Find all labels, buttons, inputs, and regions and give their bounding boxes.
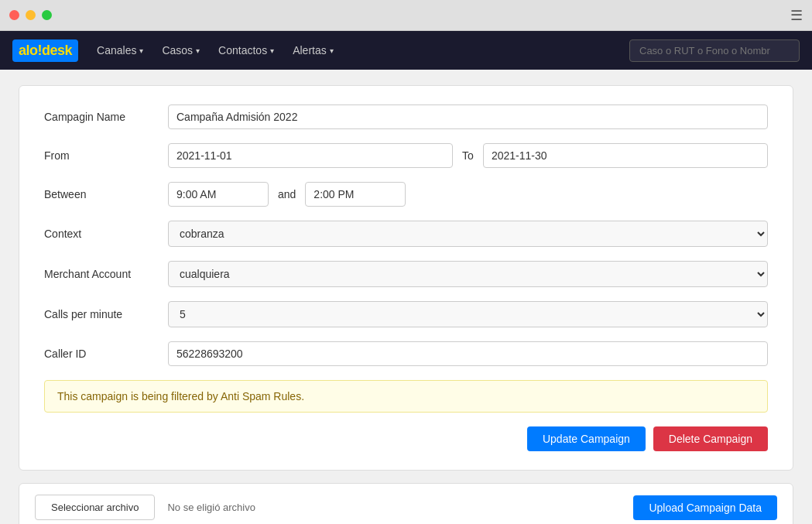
from-to-row: From To	[44, 143, 768, 168]
traffic-light-red[interactable]	[9, 10, 19, 20]
spam-alert-text: This campaign is being filtered by Anti …	[57, 390, 304, 402]
nav-canales-label: Canales	[97, 44, 136, 57]
hamburger-icon[interactable]: ☰	[790, 7, 803, 24]
traffic-light-yellow[interactable]	[26, 10, 36, 20]
nav-casos-arrow: ▾	[196, 46, 200, 55]
nav-contactos[interactable]: Contactos ▾	[218, 44, 274, 57]
campaign-name-input[interactable]	[168, 104, 768, 129]
merchant-account-select[interactable]: cualquiera cuenta1 cuenta2	[168, 261, 768, 287]
main-content: Campagin Name From To Between and Contex…	[0, 70, 812, 524]
to-label: To	[462, 149, 474, 162]
between-row: Between and	[44, 182, 768, 207]
logo-text: alo	[19, 43, 38, 58]
between-from-input[interactable]	[168, 182, 269, 207]
merchant-account-row: Merchant Account cualquiera cuenta1 cuen…	[44, 261, 768, 287]
nav-canales-arrow: ▾	[139, 46, 143, 55]
nav-contactos-label: Contactos	[218, 44, 267, 57]
campaign-name-label: Campagin Name	[44, 111, 168, 123]
calls-per-minute-select[interactable]: 5 10 15 20	[168, 301, 768, 327]
logo: alo!desk	[12, 39, 78, 62]
update-campaign-button[interactable]: Update Campaign	[527, 426, 646, 451]
action-buttons: Update Campaign Delete Campaign	[44, 426, 768, 451]
nav-casos-label: Casos	[162, 44, 193, 57]
file-upload-row: Seleccionar archivo No se eligió archivo…	[19, 483, 793, 524]
between-inputs: and	[168, 182, 768, 207]
to-date-input[interactable]	[483, 143, 768, 168]
form-card: Campagin Name From To Between and Contex…	[19, 85, 793, 471]
from-to-inputs: To	[168, 143, 768, 168]
calls-per-minute-label: Calls per minute	[44, 308, 168, 320]
merchant-account-label: Merchant Account	[44, 268, 168, 280]
nav-canales[interactable]: Canales ▾	[97, 44, 143, 57]
nav-alertas[interactable]: Alertas ▾	[293, 44, 334, 57]
caller-id-row: Caller ID	[44, 341, 768, 366]
between-to-input[interactable]	[305, 182, 406, 207]
nav-casos[interactable]: Casos ▾	[162, 44, 200, 57]
select-file-button[interactable]: Seleccionar archivo	[35, 495, 155, 520]
caller-id-label: Caller ID	[44, 348, 168, 360]
delete-campaign-button[interactable]: Delete Campaign	[653, 426, 768, 451]
context-row: Context cobranza ventas soporte	[44, 221, 768, 247]
nav-alertas-label: Alertas	[293, 44, 327, 57]
nav-alertas-arrow: ▾	[330, 46, 334, 55]
campaign-name-row: Campagin Name	[44, 104, 768, 129]
title-bar: ☰	[0, 0, 812, 31]
from-label: From	[44, 149, 168, 162]
nav-contactos-arrow: ▾	[270, 46, 274, 55]
search-input[interactable]	[629, 39, 800, 62]
context-label: Context	[44, 228, 168, 240]
logo-suffix: desk	[42, 43, 72, 58]
from-date-input[interactable]	[168, 143, 453, 168]
between-label: Between	[44, 188, 168, 200]
navbar: alo!desk Canales ▾ Casos ▾ Contactos ▾ A…	[0, 31, 812, 70]
calls-per-minute-row: Calls per minute 5 10 15 20	[44, 301, 768, 327]
upload-campaign-button[interactable]: Upload Campaign Data	[633, 495, 777, 520]
context-select[interactable]: cobranza ventas soporte	[168, 221, 768, 247]
and-label: and	[278, 188, 296, 200]
spam-alert: This campaign is being filtered by Anti …	[44, 380, 768, 413]
caller-id-input[interactable]	[168, 341, 768, 366]
traffic-light-green[interactable]	[42, 10, 52, 20]
file-placeholder: No se eligió archivo	[167, 502, 255, 513]
